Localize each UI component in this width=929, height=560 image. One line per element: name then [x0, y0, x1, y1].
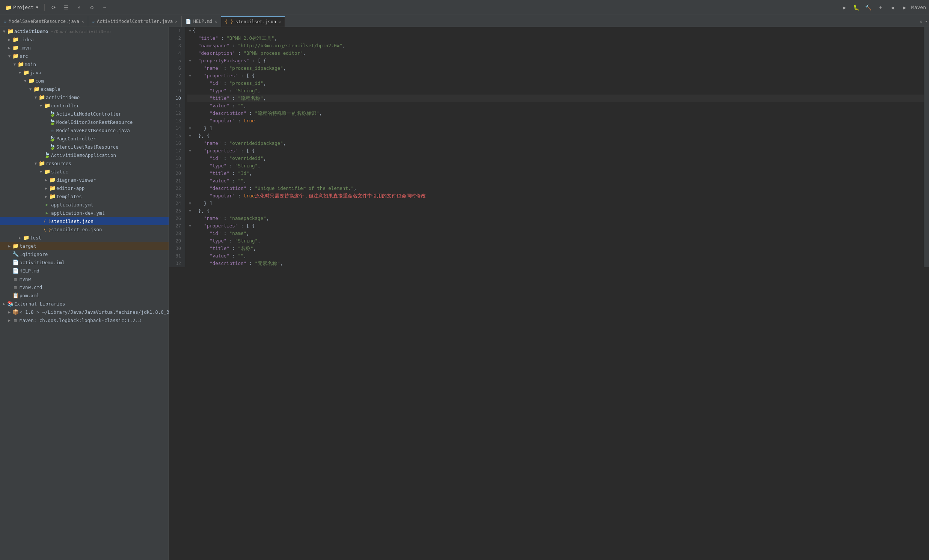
stencilset-label: stencilset.json	[51, 219, 94, 224]
sidebar-mvnw[interactable]: m mvnw	[0, 275, 169, 283]
minimize-btn[interactable]: −	[100, 2, 110, 13]
close-icon4[interactable]: ✕	[278, 20, 281, 24]
sidebar-stencilset[interactable]: { } stencilset.json	[0, 217, 169, 225]
run-btn[interactable]: ▶	[839, 2, 850, 13]
sidebar-appyml[interactable]: ▶ application.yml	[0, 200, 169, 209]
controller-label: controller	[51, 103, 79, 109]
sidebar-stencilset-en[interactable]: { } stencilset_en.json	[0, 225, 169, 233]
json-icon: { }	[225, 19, 233, 24]
sidebar-activitimodelcontroller[interactable]: 🍃 ActivitiModelController	[0, 110, 169, 118]
sync-btn[interactable]: ⟳	[48, 2, 59, 13]
tab-activiticontroller[interactable]: ☕ ActivitiModelController.java ✕	[88, 16, 182, 27]
sidebar-com[interactable]: ▼ 📁 com	[0, 77, 169, 85]
sidebar-pagecontroller[interactable]: 🍃 PageController	[0, 135, 169, 142]
logback-label: Maven: ch.qos.logback:logback-classic:1.…	[20, 318, 141, 323]
build-btn[interactable]: 🔨	[863, 2, 874, 13]
sidebar-pom[interactable]: 📋 pom.xml	[0, 291, 169, 300]
idea-label: .idea	[20, 37, 34, 43]
libs-icon: 📚	[7, 301, 14, 307]
sidebar-stencilset-rest[interactable]: 🍃 StencilsetRestResource	[0, 142, 169, 151]
sidebar-mvn[interactable]: ▶ 📁 .mvn	[0, 44, 169, 52]
resources-label: resources	[46, 161, 71, 166]
sidebar-resources[interactable]: ▼ 📁 resources	[0, 159, 169, 167]
tab-label: ModelSaveRestResource.java	[9, 19, 79, 24]
code-text-18: "id" : "overrideid",	[193, 155, 266, 162]
sidebar-helpmd[interactable]: 📄 HELP.md	[0, 266, 169, 275]
sidebar-static[interactable]: ▼ 📁 static	[0, 167, 169, 176]
line-30: "title" : "名称",	[187, 245, 924, 252]
fold-15[interactable]: ▼	[187, 132, 193, 140]
debug-btn[interactable]: 🐛	[851, 2, 862, 13]
fold-27[interactable]: ▼	[187, 222, 193, 230]
fold-25[interactable]: ▼	[187, 207, 193, 215]
fold-14[interactable]: ▼	[187, 125, 193, 132]
ln-25: 25	[169, 207, 185, 215]
settings-btn[interactable]: ⚙	[87, 2, 97, 13]
sidebar-editorapp[interactable]: ▶ 📁 editor-app	[0, 184, 169, 192]
fold-7[interactable]: ▼	[187, 72, 193, 80]
diagramviewer-label: diagram-viewer	[56, 177, 96, 183]
dropdown-arrow: ▼	[36, 5, 38, 9]
arrow-diagramviewer: ▶	[44, 178, 49, 182]
sidebar-logback[interactable]: ▶ m Maven: ch.qos.logback:logback-classi…	[0, 316, 169, 324]
activitidemo-label: activitidemo	[46, 95, 80, 100]
code-text-20: "title" : "Id",	[193, 170, 252, 177]
project-selector[interactable]: 📁 Project ▼	[3, 4, 41, 11]
forward-btn[interactable]: ▶	[899, 2, 910, 13]
recent-files-btn[interactable]: s ▾	[918, 16, 929, 27]
add-btn[interactable]: +	[875, 2, 886, 13]
sidebar-mvnwcmd[interactable]: m mvnw.cmd	[0, 283, 169, 291]
code-lines[interactable]: ▼ { "title" : "BPMN 2.0标准工具", "namespace…	[185, 27, 924, 267]
line-14: ▼ } ]	[187, 125, 924, 132]
sidebar-modeleditorjson[interactable]: 🍃 ModelEditorJsonRestResource	[0, 118, 169, 126]
filter-btn[interactable]: ⚡	[74, 2, 84, 13]
close-icon3[interactable]: ✕	[215, 19, 217, 24]
code-text-26: "name" : "namepackage",	[193, 215, 269, 222]
fold-17[interactable]: ▼	[187, 147, 193, 155]
arrow-jdk: ▶	[7, 310, 12, 314]
code-text-9: "type" : "String",	[193, 87, 261, 95]
sidebar-jdk[interactable]: ▶ 📦 < 1.8 > ~/Library/Java/JavaVirtualMa…	[0, 308, 169, 316]
layout-btn[interactable]: ☰	[61, 2, 72, 13]
line-13: "popular" : true	[187, 117, 924, 125]
xml-icon-sidebar: 📋	[12, 292, 19, 298]
sidebar-appdevyml[interactable]: ▶ application-dev.yml	[0, 209, 169, 217]
line-27: ▼ "properties" : [ {	[187, 222, 924, 230]
scrollbar-track[interactable]	[924, 27, 929, 267]
fold-24[interactable]: ▼	[187, 200, 193, 207]
com-label: com	[35, 78, 44, 84]
fold-5[interactable]: ▼	[187, 57, 193, 64]
sidebar-modelsave[interactable]: ☕ ModelSaveRestResource.java	[0, 126, 169, 135]
sidebar-target[interactable]: ▶ 📁 target	[0, 242, 169, 250]
sidebar-iml[interactable]: 📄 activitiDemo.iml	[0, 258, 169, 266]
tab-modelsave[interactable]: ☕ ModelSaveRestResource.java ✕	[0, 16, 88, 27]
sidebar-main[interactable]: ▼ 📁 main	[0, 60, 169, 68]
folder-icon-mvn: 📁	[12, 45, 19, 50]
spring-icon5: 🍃	[44, 152, 50, 158]
sidebar-controller[interactable]: ▼ 📁 controller	[0, 101, 169, 110]
close-icon2[interactable]: ✕	[175, 19, 178, 24]
sidebar-root[interactable]: ▼ 📁 activitiDemo ~/Downloads/activitiDem…	[0, 27, 169, 35]
yaml-icon1: ▶	[44, 202, 50, 207]
close-icon[interactable]: ✕	[81, 19, 84, 24]
tab-stencilset[interactable]: { } stencilset.json ✕	[221, 16, 285, 27]
sidebar-activitidemoapp[interactable]: 🍃 ActivitiDemoApplication	[0, 151, 169, 159]
sidebar-extlibs[interactable]: ▶ 📚 External Libraries	[0, 300, 169, 308]
sidebar-diagramviewer[interactable]: ▶ 📁 diagram-viewer	[0, 176, 169, 184]
sidebar-src[interactable]: ▼ 📁 src	[0, 52, 169, 60]
project-label: Project	[13, 5, 34, 10]
back-btn[interactable]: ◀	[887, 2, 898, 13]
sidebar-activitidemo[interactable]: ▼ 📁 activitidemo	[0, 93, 169, 101]
ln-5: 5	[169, 57, 185, 64]
sidebar-idea[interactable]: ▶ 📁 .idea	[0, 35, 169, 44]
tab-help[interactable]: 📄 HELP.md ✕	[182, 16, 221, 27]
line-16: "name" : "overrideidpackage",	[187, 140, 924, 147]
arrow-idea: ▶	[7, 38, 12, 42]
sidebar-example[interactable]: ▼ 📁 example	[0, 85, 169, 93]
sidebar-java[interactable]: ▼ 📁 java	[0, 68, 169, 77]
sidebar-test[interactable]: ▶ 📁 test	[0, 233, 169, 242]
sidebar-templates[interactable]: ▶ 📁 templates	[0, 192, 169, 200]
fold-1[interactable]: ▼	[187, 27, 193, 35]
sidebar-gitignore[interactable]: 🔧 .gitignore	[0, 250, 169, 258]
editor-content[interactable]: 1 2 3 4 5 6 7 8 9 10 11 12 13 14 15 16 1	[169, 27, 929, 560]
